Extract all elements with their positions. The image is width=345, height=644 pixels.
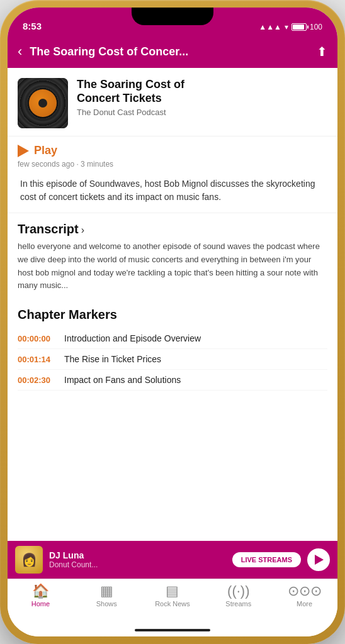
mini-player-avatar: 👩 bbox=[15, 546, 43, 574]
battery-icon bbox=[291, 23, 307, 31]
play-label: Play bbox=[34, 144, 57, 157]
tab-home[interactable]: 🏠 Home bbox=[8, 584, 74, 608]
chapter-name-0: Introduction and Episode Overview bbox=[64, 333, 327, 343]
transcript-text: hello everyone and welcome to another ep… bbox=[8, 240, 337, 301]
chapter-time-1: 00:01:14 bbox=[18, 355, 55, 364]
chapter-item[interactable]: 00:02:30 Impact on Fans and Solutions bbox=[18, 370, 327, 391]
mini-player-info: DJ Luna Donut Count... bbox=[49, 550, 226, 569]
rock-news-icon: ▤ bbox=[166, 584, 179, 598]
chapter-name-1: The Rise in Ticket Prices bbox=[64, 354, 327, 364]
donut-hole bbox=[38, 99, 47, 108]
mini-player-title: DJ Luna bbox=[49, 550, 226, 560]
play-meta: few seconds ago · 3 minutes bbox=[18, 160, 327, 169]
chapter-item[interactable]: 00:01:14 The Rise in Ticket Prices bbox=[18, 349, 327, 370]
wifi-icon: ▾ bbox=[285, 23, 288, 31]
chapter-time-2: 00:02:30 bbox=[18, 375, 55, 385]
transcript-title: Transcript bbox=[18, 222, 79, 236]
phone-frame: 8:53 ▲▲▲ ▾ 100 ‹ The Soaring Cost of Con… bbox=[0, 0, 345, 644]
home-bar bbox=[135, 629, 210, 631]
live-streams-button[interactable]: LIVE STREAMS bbox=[232, 552, 301, 567]
transcript-chevron-icon: › bbox=[81, 225, 84, 236]
status-time: 8:53 bbox=[23, 21, 42, 31]
header-title: The Soaring Cost of Concer... bbox=[30, 45, 309, 58]
chapter-time-0: 00:00:00 bbox=[18, 334, 55, 343]
content-area: The Soaring Cost of Concert Tickets The … bbox=[8, 68, 337, 541]
back-button[interactable]: ‹ bbox=[18, 43, 22, 60]
tab-shows[interactable]: ▦ Shows bbox=[74, 584, 140, 608]
podcast-info: The Soaring Cost of Concert Tickets The … bbox=[77, 78, 327, 117]
chapter-name-2: Impact on Fans and Solutions bbox=[64, 375, 327, 385]
status-icons: ▲▲▲ ▾ 100 bbox=[259, 23, 322, 31]
play-button[interactable]: Play bbox=[18, 144, 327, 157]
episode-description: In this episode of Soundwaves, host Bob … bbox=[8, 171, 337, 213]
tab-more[interactable]: ⊙⊙⊙ More bbox=[271, 584, 337, 608]
tab-streams-label: Streams bbox=[225, 600, 251, 608]
tab-bar: 🏠 Home ▦ Shows ▤ Rock News ((·)) Streams… bbox=[8, 579, 337, 624]
podcast-show-name: The Donut Cast Podcast bbox=[77, 108, 327, 117]
tab-more-label: More bbox=[297, 600, 312, 608]
tab-streams[interactable]: ((·)) Streams bbox=[205, 584, 271, 608]
phone-screen: 8:53 ▲▲▲ ▾ 100 ‹ The Soaring Cost of Con… bbox=[8, 8, 337, 636]
play-icon bbox=[18, 145, 29, 157]
mini-play-icon bbox=[315, 555, 324, 565]
tab-home-label: Home bbox=[31, 600, 50, 608]
transcript-header[interactable]: Transcript › bbox=[8, 213, 337, 240]
app-header: ‹ The Soaring Cost of Concer... ⬆ bbox=[8, 35, 337, 68]
tab-rock-news[interactable]: ▤ Rock News bbox=[140, 584, 206, 608]
chapter-item[interactable]: 00:00:00 Introduction and Episode Overvi… bbox=[18, 328, 327, 349]
home-indicator bbox=[8, 624, 337, 636]
home-icon: 🏠 bbox=[32, 584, 49, 598]
chapter-markers-title: Chapter Markers bbox=[18, 308, 327, 322]
donut-icon bbox=[29, 89, 57, 117]
mini-player-subtitle: Donut Count... bbox=[49, 560, 226, 569]
vinyl-background bbox=[18, 78, 68, 128]
podcast-thumbnail bbox=[18, 78, 68, 128]
tab-rock-news-label: Rock News bbox=[155, 600, 190, 608]
podcast-title: The Soaring Cost of Concert Tickets bbox=[77, 78, 327, 105]
podcast-card: The Soaring Cost of Concert Tickets The … bbox=[8, 68, 337, 136]
battery-percent: 100 bbox=[310, 23, 322, 31]
streams-icon: ((·)) bbox=[227, 584, 249, 598]
mini-play-button[interactable] bbox=[307, 548, 330, 571]
chapter-section: Chapter Markers 00:00:00 Introduction an… bbox=[8, 301, 337, 391]
share-button[interactable]: ⬆ bbox=[317, 44, 327, 59]
mini-player[interactable]: 👩 DJ Luna Donut Count... LIVE STREAMS bbox=[8, 541, 337, 579]
shows-icon: ▦ bbox=[100, 584, 113, 598]
play-section: Play few seconds ago · 3 minutes bbox=[8, 136, 337, 171]
tab-shows-label: Shows bbox=[96, 600, 117, 608]
signal-icon: ▲▲▲ bbox=[259, 23, 281, 31]
dj-luna-avatar: 👩 bbox=[15, 546, 43, 574]
notch bbox=[132, 8, 213, 25]
more-icon: ⊙⊙⊙ bbox=[288, 584, 322, 598]
